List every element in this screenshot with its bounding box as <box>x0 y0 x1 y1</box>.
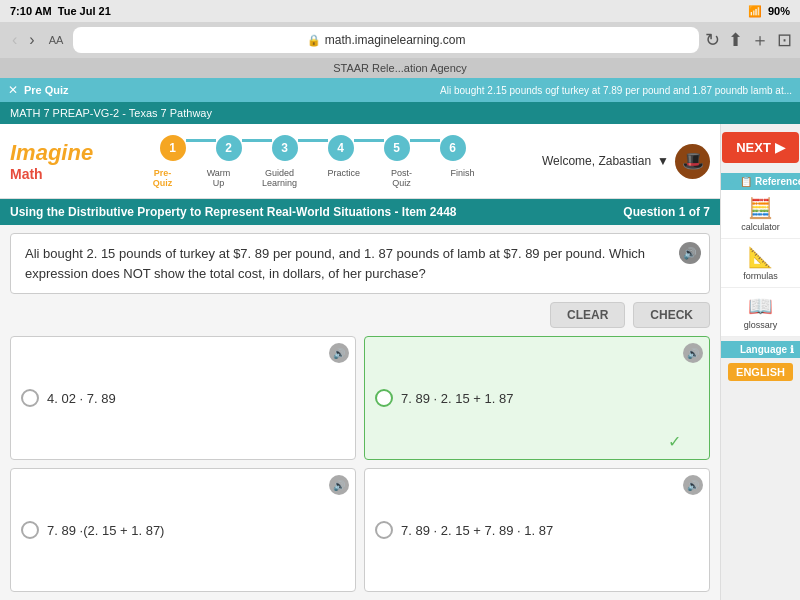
connector-1-2 <box>186 139 216 142</box>
breadcrumb: MATH 7 PREAP-VG-2 - Texas 7 Pathway <box>0 102 800 124</box>
reference-triangle[interactable]: ▼ <box>727 176 737 187</box>
tabs-icon[interactable]: ⊡ <box>777 29 792 51</box>
language-section: ▼ Language ℹ ENGLISH <box>721 341 800 386</box>
battery-display: 90% <box>768 5 790 17</box>
formulas-label: formulas <box>743 271 778 281</box>
glossary-icon: 📖 <box>748 294 773 318</box>
back-button[interactable]: ‹ <box>8 29 21 51</box>
browser-actions[interactable]: ↻ ⬆ ＋ ⊡ <box>705 28 792 52</box>
option-d-text: 7. 89 · 2. 15 + 7. 89 · 1. 87 <box>401 523 553 538</box>
step-label-5: Post-Quiz <box>384 168 420 188</box>
step-1: 1 <box>160 135 186 161</box>
logo-imagine: Imagine <box>10 140 93 166</box>
option-b-checkmark: ✓ <box>668 432 681 451</box>
problem-preview-text: Ali bought 2.15 pounds ogf turkey at 7.8… <box>79 85 792 96</box>
tab-bar: STAAR Rele...ation Agency <box>0 58 800 78</box>
step-circle-4: 4 <box>328 135 354 161</box>
step-circle-5: 5 <box>384 135 410 161</box>
left-panel: Imagine Math 1 2 3 <box>0 124 720 600</box>
next-button[interactable]: NEXT ▶ <box>722 132 799 163</box>
connector-5-6 <box>410 139 440 142</box>
date-display: Tue Jul 21 <box>58 5 111 17</box>
option-c-audio[interactable]: 🔊 <box>329 475 349 495</box>
option-a-radio[interactable] <box>21 389 39 407</box>
step-label-4: Practice <box>328 168 354 188</box>
formulas-icon: 📐 <box>748 245 773 269</box>
forward-button[interactable]: › <box>25 29 38 51</box>
nav-buttons[interactable]: ‹ › <box>8 29 39 51</box>
option-b[interactable]: 🔊 7. 89 · 2. 15 + 1. 87 ✓ <box>364 336 710 460</box>
step-circle-6: 6 <box>440 135 466 161</box>
wifi-icon: 📶 <box>748 5 762 18</box>
welcome-dropdown-icon[interactable]: ▼ <box>657 154 669 168</box>
step-circle-2: 2 <box>216 135 242 161</box>
step-label-6: Finish <box>450 168 476 188</box>
action-buttons: CLEAR CHECK <box>10 302 710 328</box>
calculator-item[interactable]: 🧮 calculator <box>721 190 800 239</box>
option-a[interactable]: 🔊 4. 02 · 7. 89 <box>10 336 356 460</box>
option-b-audio[interactable]: 🔊 <box>683 343 703 363</box>
mascot-emoji: 🎩 <box>682 150 704 172</box>
glossary-item[interactable]: 📖 glossary <box>721 288 800 337</box>
options-grid: 🔊 4. 02 · 7. 89 🔊 7. 89 · 2. 15 + 1. 87 … <box>10 336 710 592</box>
language-header: ▼ Language ℹ <box>721 341 800 358</box>
main-area: Imagine Math 1 2 3 <box>0 124 800 600</box>
reload-icon[interactable]: ↻ <box>705 29 720 51</box>
formulas-item[interactable]: 📐 formulas <box>721 239 800 288</box>
browser-bar: ‹ › AA 🔒 math.imaginelearning.com ↻ ⬆ ＋ … <box>0 22 800 58</box>
option-a-text: 4. 02 · 7. 89 <box>47 391 116 406</box>
option-a-audio[interactable]: 🔊 <box>329 343 349 363</box>
close-quiz-button[interactable]: ✕ <box>8 83 18 97</box>
option-c-radio[interactable] <box>21 521 39 539</box>
breadcrumb-text: MATH 7 PREAP-VG-2 - Texas 7 Pathway <box>10 107 212 119</box>
time-display: 7:10 AM <box>10 5 52 17</box>
mascot: 🎩 <box>675 144 710 179</box>
step-3: 3 <box>272 135 298 161</box>
question-audio-button[interactable]: 🔊 <box>679 242 701 264</box>
step-circle-1: 1 <box>160 135 186 161</box>
reader-icon: AA <box>45 32 68 48</box>
question-text-box: Ali bought 2. 15 pounds of turkey at $7.… <box>10 233 710 294</box>
url-bar[interactable]: 🔒 math.imaginelearning.com <box>73 27 699 53</box>
option-b-radio[interactable] <box>375 389 393 407</box>
next-arrow-icon: ▶ <box>775 140 785 155</box>
question-counter: Question 1 of 7 <box>623 205 710 219</box>
language-label: Language <box>740 344 787 355</box>
tab-title: STAAR Rele...ation Agency <box>333 62 467 74</box>
lock-icon: 🔒 <box>307 34 321 47</box>
share-icon[interactable]: ⬆ <box>728 29 743 51</box>
step-2: 2 <box>216 135 242 161</box>
option-d-radio[interactable] <box>375 521 393 539</box>
section-label: Pre Quiz <box>24 84 69 96</box>
step-4: 4 <box>328 135 354 161</box>
calculator-icon: 🧮 <box>748 196 773 220</box>
logo-math: Math <box>10 166 43 182</box>
question-text: Ali bought 2. 15 pounds of turkey at $7.… <box>25 246 645 281</box>
option-c[interactable]: 🔊 7. 89 ·(2. 15 + 1. 87) <box>10 468 356 592</box>
option-b-text: 7. 89 · 2. 15 + 1. 87 <box>401 391 513 406</box>
calculator-label: calculator <box>741 222 780 232</box>
reference-header: ▼ 📋 Reference <box>721 173 800 190</box>
logo-area: Imagine Math <box>10 140 93 182</box>
new-tab-icon[interactable]: ＋ <box>751 28 769 52</box>
step-label-3: Guided Learning <box>262 168 298 188</box>
step-5: 5 <box>384 135 410 161</box>
reference-icon: 📋 <box>740 176 752 187</box>
language-triangle[interactable]: ▼ <box>727 344 737 355</box>
progress-area: 1 2 3 4 <box>113 135 512 188</box>
language-info-icon[interactable]: ℹ <box>790 344 794 355</box>
option-d-audio[interactable]: 🔊 <box>683 475 703 495</box>
clear-button[interactable]: CLEAR <box>550 302 625 328</box>
reference-label: Reference <box>755 176 800 187</box>
question-header: Using the Distributive Property to Repre… <box>0 199 720 225</box>
question-content: Ali bought 2. 15 pounds of turkey at $7.… <box>0 225 720 600</box>
right-sidebar: NEXT ▶ ▼ 📋 Reference 🧮 calculator 📐 form… <box>720 124 800 600</box>
english-button[interactable]: ENGLISH <box>728 363 793 381</box>
reference-section: ▼ 📋 Reference 🧮 calculator 📐 formulas 📖 … <box>721 173 800 337</box>
school-bar: ✕ Pre Quiz Ali bought 2.15 pounds ogf tu… <box>0 78 800 102</box>
check-button[interactable]: CHECK <box>633 302 710 328</box>
connector-4-5 <box>354 139 384 142</box>
steps-row: 1 2 3 4 <box>160 135 466 161</box>
option-d[interactable]: 🔊 7. 89 · 2. 15 + 7. 89 · 1. 87 <box>364 468 710 592</box>
audio-icon: 🔊 <box>683 245 697 262</box>
